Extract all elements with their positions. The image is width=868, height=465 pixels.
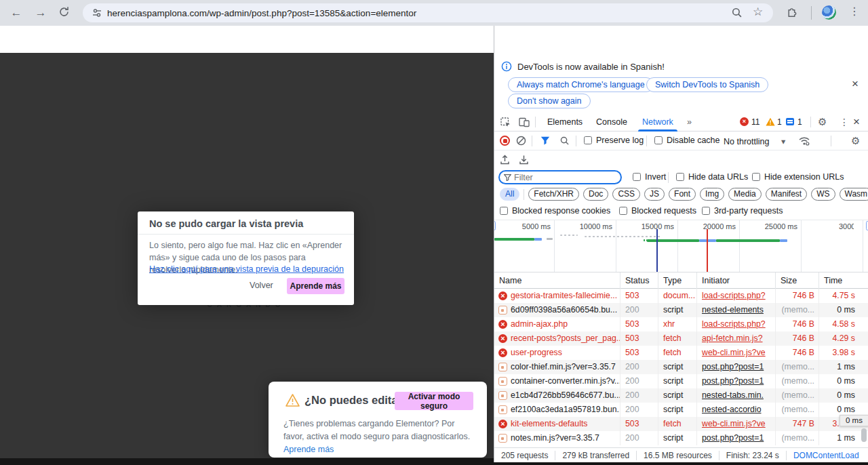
- activate-safe-mode-button[interactable]: Activar modo seguro: [395, 392, 473, 410]
- column-header-size[interactable]: Size: [776, 272, 819, 289]
- browser-menu-kebab-icon[interactable]: ⋮: [849, 5, 860, 18]
- record-network-log-icon[interactable]: [500, 136, 510, 146]
- network-request-row[interactable]: e1cb4d726bb59646c677.bu... 200 script ne…: [494, 388, 868, 403]
- network-request-row[interactable]: container-converter.min.js?v... 200 scri…: [494, 374, 868, 388]
- initiator-link[interactable]: web-cli.min.js?ve: [702, 348, 766, 357]
- devtools-menu-kebab-icon[interactable]: ⋮: [840, 117, 849, 127]
- preserve-log-checkbox[interactable]: Preserve log: [584, 136, 644, 145]
- initiator-link[interactable]: post.php?post=1: [702, 376, 764, 386]
- device-toolbar-icon[interactable]: [519, 117, 530, 127]
- network-request-row[interactable]: notes.min.js?ver=3.35.7 200 script post.…: [494, 431, 868, 445]
- devtools-close-icon[interactable]: ×: [853, 117, 860, 127]
- network-request-row[interactable]: recent-posts?posts_per_pag... 503 fetch …: [494, 331, 868, 346]
- invert-checkbox[interactable]: Invert: [633, 172, 666, 182]
- switch-spanish-button[interactable]: Switch DevTools to Spanish: [646, 77, 768, 92]
- bookmark-star-icon[interactable]: ☆: [753, 5, 763, 19]
- network-request-row[interactable]: kit-elements-defaults 503 fetch web-cli.…: [494, 417, 868, 431]
- blocked-requests-checkbox[interactable]: Blocked requests: [619, 206, 696, 216]
- error-badge-icon[interactable]: ×: [740, 117, 749, 126]
- filter-chip[interactable]: CSS: [612, 188, 640, 201]
- network-request-row[interactable]: gestoria-tramites-fallecimie... 503 docu…: [494, 289, 868, 303]
- filter-chip[interactable]: WS: [811, 188, 835, 201]
- filter-chip[interactable]: Wasm: [840, 188, 868, 201]
- throttling-dropdown[interactable]: No throttling ▾: [724, 136, 785, 146]
- request-size: (memo...: [776, 431, 819, 445]
- message-badge-icon[interactable]: [786, 118, 794, 125]
- request-status: 200: [620, 303, 658, 317]
- column-header-status[interactable]: Status: [620, 272, 658, 289]
- tab-elements[interactable]: Elements: [547, 113, 583, 132]
- initiator-link[interactable]: web-cli.min.js?ve: [702, 419, 766, 428]
- initiator-link[interactable]: nested-tabs.min.: [702, 390, 764, 400]
- extensions-puzzle-icon[interactable]: [787, 7, 798, 18]
- disable-cache-checkbox[interactable]: Disable cache: [654, 136, 720, 145]
- hide-extension-urls-checkbox[interactable]: Hide extension URLs: [752, 172, 844, 182]
- zoom-icon[interactable]: [731, 7, 743, 18]
- overview-left-handle[interactable]: [494, 221, 496, 230]
- filter-input-box[interactable]: [498, 170, 622, 184]
- message-count[interactable]: 1: [797, 117, 802, 127]
- initiator-link[interactable]: post.php?post=1: [702, 433, 764, 443]
- column-header-initiator[interactable]: Initiator: [697, 272, 776, 289]
- learn-more-button[interactable]: Aprende más: [287, 278, 344, 294]
- export-har-icon[interactable]: [519, 155, 529, 165]
- tab-network[interactable]: Network: [642, 113, 673, 132]
- banner-close-icon[interactable]: ×: [852, 79, 859, 89]
- error-count[interactable]: 11: [751, 117, 760, 127]
- column-header-time[interactable]: Time: [819, 272, 868, 289]
- request-time: 4.29 s: [819, 331, 868, 346]
- tab-console[interactable]: Console: [596, 113, 627, 132]
- column-header-name[interactable]: Name: [494, 272, 620, 289]
- initiator-link[interactable]: nested-accordio: [702, 405, 762, 414]
- back-modal-button[interactable]: Volver: [250, 281, 273, 290]
- debug-preview-link[interactable]: Haz clic aquí para una vista previa de l…: [149, 264, 344, 274]
- scrollbar-thumb[interactable]: [861, 428, 867, 442]
- network-request-row[interactable]: admin-ajax.php 503 xhr load-scripts.php?…: [494, 317, 868, 331]
- filter-input[interactable]: [514, 173, 602, 182]
- filter-chip[interactable]: Doc: [583, 188, 608, 201]
- network-request-row[interactable]: color-thief.min.js?ver=3.35.7 200 script…: [494, 360, 868, 374]
- inspect-element-icon[interactable]: [500, 117, 511, 127]
- dont-show-again-button[interactable]: Don't show again: [508, 94, 591, 108]
- forward-button[interactable]: →: [33, 5, 49, 21]
- filter-chip[interactable]: Media: [728, 188, 762, 201]
- address-bar[interactable]: herenciaspamplona.com/wp-admin/post.php?…: [83, 3, 773, 22]
- initiator-link[interactable]: load-scripts.php?: [702, 291, 766, 300]
- safe-mode-body-text: ¿Tienes problemas cargando Elementor? Po…: [283, 418, 475, 456]
- settings-gear-icon[interactable]: ⚙: [818, 116, 827, 128]
- filter-chip[interactable]: Img: [700, 188, 724, 201]
- column-header-type[interactable]: Type: [658, 272, 697, 289]
- match-language-button[interactable]: Always match Chrome's language: [508, 77, 654, 92]
- search-icon[interactable]: [559, 136, 570, 146]
- back-button[interactable]: ←: [8, 5, 24, 21]
- filter-chip[interactable]: Fetch/XHR: [528, 188, 579, 201]
- filter-chip[interactable]: All: [500, 188, 519, 201]
- third-party-checkbox[interactable]: 3rd-party requests: [702, 206, 783, 216]
- initiator-link[interactable]: load-scripts.php?: [702, 319, 766, 329]
- clear-network-log-icon[interactable]: [516, 136, 526, 146]
- hide-data-urls-checkbox[interactable]: Hide data URLs: [676, 172, 748, 182]
- blocked-cookies-checkbox[interactable]: Blocked response cookies: [500, 206, 610, 216]
- site-settings-icon[interactable]: [92, 8, 102, 18]
- filter-chip[interactable]: Font: [669, 188, 696, 201]
- import-har-icon[interactable]: [500, 155, 510, 165]
- profile-avatar[interactable]: [822, 5, 836, 20]
- filter-chip[interactable]: JS: [644, 188, 665, 201]
- warning-badge-icon[interactable]: [766, 117, 775, 126]
- initiator-link[interactable]: post.php?post=1: [702, 362, 764, 371]
- network-request-row[interactable]: user-progress 503 fetch web-cli.min.js?v…: [494, 346, 868, 360]
- initiator-link[interactable]: api-fetch.min.js?: [702, 333, 763, 343]
- initiator-link[interactable]: nested-elements: [702, 305, 764, 315]
- network-settings-gear-icon[interactable]: ⚙: [851, 135, 860, 147]
- reload-button[interactable]: [58, 6, 75, 22]
- network-request-row[interactable]: ef2100ac3eda1a957819.bun... 200 script n…: [494, 403, 868, 417]
- network-overview-timeline[interactable]: 5000 ms 10000 ms 15000 ms 20000 ms 25000…: [494, 220, 868, 272]
- network-conditions-icon[interactable]: [798, 136, 810, 146]
- more-tabs-icon[interactable]: »: [687, 113, 692, 132]
- network-request-row[interactable]: 6d09ff0398a56a60654b.bu... 200 script ne…: [494, 303, 868, 317]
- warning-count[interactable]: 1: [777, 117, 782, 127]
- url-text[interactable]: herenciaspamplona.com/wp-admin/post.php?…: [107, 8, 416, 18]
- safe-mode-learn-more-link[interactable]: Aprende más: [283, 445, 334, 454]
- filter-funnel-icon[interactable]: [540, 136, 550, 145]
- filter-chip[interactable]: Manifest: [766, 188, 807, 201]
